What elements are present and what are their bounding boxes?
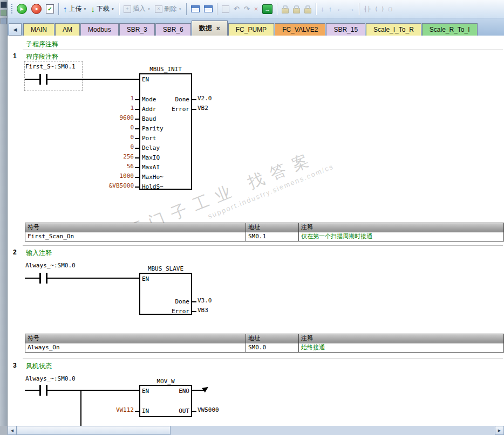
pin-value[interactable]: 0 xyxy=(88,144,134,150)
pin-tick xyxy=(135,99,140,100)
run-button[interactable]: ▶ xyxy=(15,2,29,16)
pin-value[interactable]: 9600 xyxy=(88,115,134,121)
comment-cell: 始终接通 xyxy=(299,343,503,352)
tab-scale-r-to-i[interactable]: Scale_R_To_I xyxy=(422,23,478,36)
pin-value[interactable]: &VB5000 xyxy=(88,183,134,189)
favorites-icon[interactable] xyxy=(1,18,7,24)
scroll-right-icon: ▶ xyxy=(498,429,501,433)
pin-value[interactable]: 0 xyxy=(88,125,134,131)
compile-button[interactable]: ✓ xyxy=(44,2,56,16)
download-caret-icon[interactable]: ▼ xyxy=(111,8,114,11)
pin-tick xyxy=(191,311,196,312)
pin-value[interactable]: 1 xyxy=(88,105,134,112)
contact-bar[interactable] xyxy=(39,385,41,396)
wire-down-icon: ↓ xyxy=(321,5,324,12)
pin-label: Error xyxy=(172,106,189,113)
symbol-header-cell: 符号 xyxy=(25,223,246,232)
mbus-init-block[interactable]: EN Mode Addr Baud Parity Port Delay MaxI… xyxy=(139,73,192,190)
network2-block-title: MBUS_SLAVE xyxy=(139,265,192,272)
cancel-button: × xyxy=(253,2,260,16)
tab-fc-pump[interactable]: FC_PUMP xyxy=(228,23,274,36)
tab-fc-valve2[interactable]: FC_VALVE2 xyxy=(275,23,325,36)
pin-value[interactable]: 256 xyxy=(88,154,134,160)
toolbar-separator xyxy=(316,3,316,15)
cancel-icon: × xyxy=(254,5,258,12)
wire xyxy=(47,79,139,80)
upload-button[interactable]: ↑ 上传 ▼ xyxy=(62,2,88,16)
tab-scroll-left-button[interactable]: ◀ xyxy=(9,23,22,36)
tab-am[interactable]: AM xyxy=(55,23,80,36)
pin-value[interactable]: 1000 xyxy=(88,173,134,179)
run-icon: ▶ xyxy=(17,4,27,14)
pin-operand[interactable]: VB2 xyxy=(197,105,208,112)
contact-bar[interactable] xyxy=(39,273,41,284)
toolbar-separator xyxy=(217,3,217,15)
coil-tool-button: ( ) xyxy=(373,2,386,16)
contact-bar[interactable] xyxy=(39,74,41,85)
pin-operand[interactable]: VB3 xyxy=(197,307,208,314)
network2-comment[interactable]: 输入注释 xyxy=(26,248,52,258)
status-chart-view-button[interactable] xyxy=(202,2,214,16)
upload-caret-icon[interactable]: ▼ xyxy=(84,8,87,11)
stop-icon: ■ xyxy=(31,4,42,14)
scrollbar-thumb[interactable] xyxy=(17,426,171,435)
network1-comment[interactable]: 程序段注释 xyxy=(26,52,58,61)
tab-sbr3[interactable]: SBR_3 xyxy=(119,23,155,36)
lock-button-2 xyxy=(291,2,302,16)
pin-operand[interactable]: VW5000 xyxy=(197,407,219,413)
tab-data-active[interactable]: 数据 × xyxy=(192,20,228,36)
tab-main[interactable]: MAIN xyxy=(23,23,55,36)
ladder-editor[interactable]: 西门子工业 找答案 support.industry.siemens.com/c… xyxy=(8,36,504,426)
program-comment[interactable]: 子程序注释 xyxy=(26,40,58,49)
tab-close-icon[interactable]: × xyxy=(216,25,220,32)
wire xyxy=(47,390,139,391)
copy-icon xyxy=(222,5,229,13)
pin-operand[interactable]: V2.0 xyxy=(197,95,212,102)
tab-label: 数据 xyxy=(199,24,212,33)
tab-modbus[interactable]: Modbus xyxy=(80,23,119,36)
tab-scale-i-to-r[interactable]: Scale_I_To_R xyxy=(366,23,421,36)
toolbar-grip[interactable] xyxy=(11,4,12,15)
scroll-right-button[interactable]: ▶ xyxy=(495,426,504,435)
go-button[interactable]: → xyxy=(261,2,274,16)
network1-block-title: MBUS_INIT xyxy=(139,66,192,73)
download-button[interactable]: ↓ 下载 ▼ xyxy=(89,2,115,16)
pin-value[interactable]: VW112 xyxy=(88,407,134,413)
download-arrow-icon: ↓ xyxy=(91,5,95,13)
wire-left-tool-button: ← xyxy=(335,2,345,16)
lock-button-3 xyxy=(303,2,313,16)
undo-button: ↶ xyxy=(232,2,241,16)
pin-tick xyxy=(135,157,140,158)
network3-comment[interactable]: 风机状态 xyxy=(26,362,52,371)
comment-header-cell: 注释 xyxy=(299,334,503,343)
horizontal-scrollbar[interactable]: ◀ ▶ xyxy=(8,426,504,435)
pin-en: EN xyxy=(142,77,149,83)
pin-operand[interactable]: V3.0 xyxy=(197,298,212,304)
symbol-table-row: Always_On SM0.0 始终接通 xyxy=(25,343,503,352)
box-tool-button: □ xyxy=(387,2,393,16)
delete-button: × 删除 ▼ xyxy=(153,2,183,16)
project-tree-icon[interactable] xyxy=(1,2,7,8)
pin-label: Port xyxy=(142,135,156,142)
wire xyxy=(25,278,39,279)
tab-sbr6[interactable]: SBR_6 xyxy=(155,23,191,36)
scroll-left-button[interactable]: ◀ xyxy=(8,426,17,435)
delete-icon: × xyxy=(155,5,162,13)
network2-contact-label: Always_~:SM0.0 xyxy=(25,263,76,269)
mov-w-block[interactable]: EN ENO IN OUT xyxy=(139,385,192,417)
pin-label: OUT xyxy=(179,408,189,415)
symbol-table-view-button[interactable] xyxy=(189,2,201,16)
pin-label: Done xyxy=(175,96,190,103)
toolbar-separator xyxy=(119,3,119,15)
stop-button[interactable]: ■ xyxy=(30,2,43,16)
pin-value[interactable]: 1 xyxy=(88,95,134,102)
upload-arrow-icon: ↑ xyxy=(63,5,67,13)
pin-value[interactable]: 56 xyxy=(88,163,134,170)
instruction-tree-icon[interactable] xyxy=(1,10,7,16)
pin-value[interactable]: 0 xyxy=(88,134,134,141)
scrollbar-track[interactable] xyxy=(17,426,495,435)
mbus-slave-block[interactable]: EN Done Error xyxy=(139,273,192,315)
tab-sbr15[interactable]: SBR_15 xyxy=(326,23,365,36)
tab-label: SBR_15 xyxy=(333,26,358,33)
tab-label: SBR_6 xyxy=(163,26,183,33)
